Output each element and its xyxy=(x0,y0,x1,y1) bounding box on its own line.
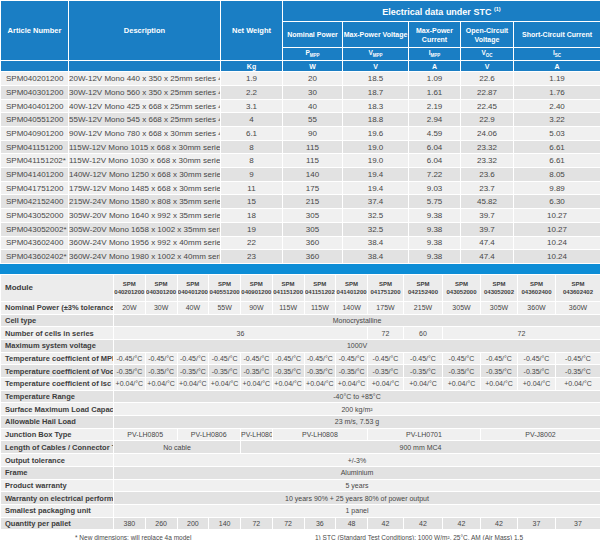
spec-row: Smallest packaging unit1 panel xyxy=(1,504,600,517)
spec-value-cell: 305W xyxy=(443,301,481,314)
spec-value-cell: -0.35/°C xyxy=(304,365,336,378)
spec-value-cell: +0.04/°C xyxy=(304,378,336,391)
description-cell: 40W-12V Mono 425 x 668 x 25mm series 4a xyxy=(69,99,221,113)
spec-value-cell: 37 xyxy=(556,517,600,530)
module-header-cell: SPM043052002 xyxy=(481,274,518,301)
vmpp-cell: 18.3 xyxy=(343,99,409,113)
vmpp-unit: V xyxy=(343,61,409,72)
spec-value-cell: 20W xyxy=(114,301,146,314)
spec-value-cell: 30W xyxy=(145,301,177,314)
stc-footnote-marker: (1) xyxy=(494,6,501,12)
net-weight-cell: 18 xyxy=(221,209,283,223)
module-header-cell: SPM040201200 xyxy=(114,274,146,301)
isc-cell: 1.76 xyxy=(514,85,600,99)
article-number-cell: SPM041151202* xyxy=(1,154,69,168)
isc-cell: 6.30 xyxy=(514,195,600,209)
isc-cell: 10.24 xyxy=(514,236,600,250)
voc-cell: 22.9 xyxy=(461,113,514,127)
voc-cell: 39.7 xyxy=(461,222,514,236)
nominal-power-header: Nominal Power xyxy=(283,22,343,48)
spec-value-cell: 72 xyxy=(241,517,273,530)
impp-cell: 5.75 xyxy=(409,195,461,209)
net-weight-cell: 15 xyxy=(221,195,283,209)
spec-value-cell: Monocrystalline xyxy=(114,314,600,327)
module-number: 040201200 xyxy=(114,288,145,296)
module-header-cell: SPM043052000 xyxy=(443,274,481,301)
spec-value-cell: 72 xyxy=(368,327,404,340)
article-number-cell: SPM040301200 xyxy=(1,85,69,99)
spec-value-cell: -0.35/°C xyxy=(177,365,209,378)
spec-value-cell: PV-LH0701 xyxy=(368,428,481,441)
spec-value-cell: 55W xyxy=(209,301,241,314)
impp-cell: 1.09 xyxy=(409,72,461,86)
module-header-cell: SPM041401200 xyxy=(336,274,368,301)
spec-value-cell: PV-J8002 xyxy=(481,428,600,441)
spec-row-label: Frame xyxy=(1,466,114,479)
spec-value-cell: 42 xyxy=(443,517,481,530)
spec-value-cell: -0.45/°C xyxy=(556,352,600,365)
spec-row: Number of cells in series36726072 xyxy=(1,327,600,340)
voc-cell: 24.06 xyxy=(461,127,514,141)
pmpp-unit: W xyxy=(283,61,343,72)
spec-value-cell: 36 xyxy=(114,327,368,340)
pmpp-cell: 360 xyxy=(283,250,343,264)
voc-cell: 47.4 xyxy=(461,236,514,250)
spec-row: Temperature coefficient of MPP (%)-0.45/… xyxy=(1,352,600,365)
module-row: SPM043052000305W-20V Mono 1640 x 992 x 3… xyxy=(1,209,600,223)
spec-value-cell: 60 xyxy=(404,327,443,340)
module-row: SPM04040120040W-12V Mono 425 x 668 x 25m… xyxy=(1,99,600,113)
spec-row-label: Nominal Power (±3% tolerance) xyxy=(1,301,114,314)
description-unit-cell xyxy=(69,61,221,72)
isc-cell: 1.19 xyxy=(514,72,600,86)
description-cell: 30W-12V Mono 560 x 350 x 25mm series 4a xyxy=(69,85,221,99)
pmpp-cell: 20 xyxy=(283,72,343,86)
spec-value-cell: -40°C to +85°C xyxy=(114,390,600,403)
module-header-cell: SPM041151202 xyxy=(304,274,336,301)
article-number-cell: SPM043052000 xyxy=(1,209,69,223)
module-row: SPM041401200140W-12V Mono 1250 x 668 x 3… xyxy=(1,168,600,182)
module-row: SPM041151202*115W-12V Mono 1030 x 668 x … xyxy=(1,154,600,168)
module-row: SPM04030120030W-12V Mono 560 x 350 x 25m… xyxy=(1,85,600,99)
section-divider xyxy=(0,264,600,274)
article-unit-cell xyxy=(1,61,69,72)
isc-cell: 6.61 xyxy=(514,140,600,154)
spec-value-cell: -0.35/°C xyxy=(404,365,443,378)
isc-cell: 2.40 xyxy=(514,99,600,113)
spec-value-cell: PV-LH0806 xyxy=(177,428,241,441)
spec-value-cell: -0.35/°C xyxy=(209,365,241,378)
net-weight-cell: 22 xyxy=(221,236,283,250)
spec-value-cell: 90W xyxy=(241,301,273,314)
net-weight-cell: 6.1 xyxy=(221,127,283,141)
footnote-new-dimensions: * New dimensions: will replace 4a model xyxy=(75,534,191,540)
net-weight-cell: 11 xyxy=(221,181,283,195)
net-weight-cell: 1.9 xyxy=(221,72,283,86)
spec-row-label: Temperature coefficient of MPP (%) xyxy=(1,352,114,365)
module-prefix: SPM xyxy=(404,280,442,288)
electrical-group-header: Electrical data under STC (1) xyxy=(283,1,600,22)
vmpp-cell: 19.4 xyxy=(343,168,409,182)
spec-value-cell: 115W xyxy=(272,301,304,314)
pmpp-cell: 55 xyxy=(283,113,343,127)
voc-cell: 22.45 xyxy=(461,99,514,113)
spec-row: Warranty on electrical performance10 yea… xyxy=(1,492,600,505)
spec-table-body: Nominal Power (±3% tolerance)20W30W40W55… xyxy=(1,301,600,529)
description-cell: 140W-12V Mono 1250 x 668 x 30mm series 4… xyxy=(69,168,221,182)
net-weight-cell: 4 xyxy=(221,113,283,127)
voc-symbol: VOC xyxy=(461,48,514,61)
description-cell: 20W-12V Mono 440 x 350 x 25mm series 4a xyxy=(69,72,221,86)
voc-unit: V xyxy=(461,61,514,72)
module-number: 043602402 xyxy=(556,288,600,296)
spec-row: Nominal Power (±3% tolerance)20W30W40W55… xyxy=(1,301,600,314)
spec-value-cell: 215W xyxy=(404,301,443,314)
electrical-group-title: Electrical data under STC xyxy=(382,7,491,17)
spec-value-cell: -0.45/°C xyxy=(443,352,481,365)
module-prefix: SPM xyxy=(368,280,403,288)
impp-cell: 6.04 xyxy=(409,140,461,154)
isc-unit: A xyxy=(514,61,600,72)
spec-value-cell: +0.04/°C xyxy=(481,378,518,391)
module-row: SPM041151200115W-12V Mono 1015 x 668 x 3… xyxy=(1,140,600,154)
impp-cell: 1.61 xyxy=(409,85,461,99)
module-number: 043052002 xyxy=(481,288,517,296)
net-weight-unit: Kg xyxy=(221,61,283,72)
spec-value-cell: 305W xyxy=(481,301,518,314)
